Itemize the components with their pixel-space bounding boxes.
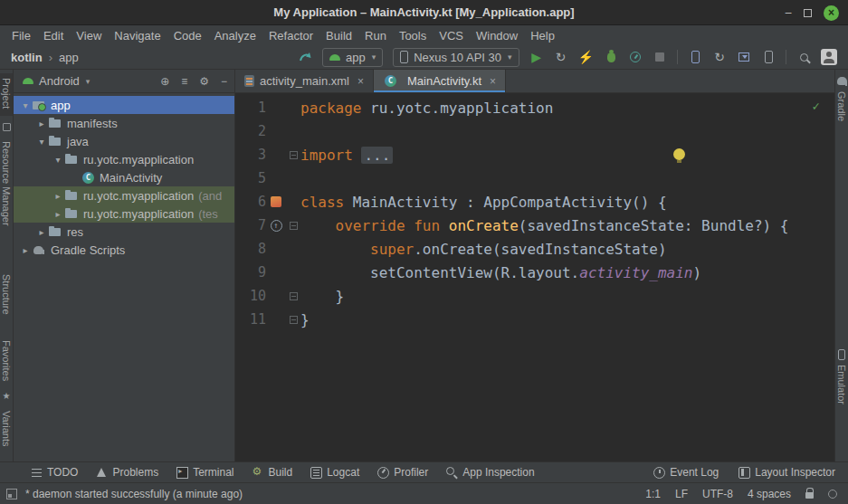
apply-code-changes-button[interactable]: ⚡ (578, 49, 594, 65)
tree-item-manifests[interactable]: ▸manifests (14, 114, 234, 132)
code-line-8[interactable]: 8 super.onCreate(savedInstanceState) (235, 237, 834, 261)
code-line-10[interactable]: 10 } (235, 284, 834, 308)
tree-item-res[interactable]: ▸res (14, 223, 234, 241)
menu-help[interactable]: Help (524, 29, 561, 43)
toolwindow-build[interactable]: Build (252, 466, 293, 479)
code-line-1[interactable]: 1package ru.yotc.myapplication (235, 96, 834, 119)
tree-item-mainactivity[interactable]: CMainActivity (14, 168, 234, 186)
tree-item-app[interactable]: ▾app (14, 96, 234, 114)
tree-chevron-icon[interactable]: ▸ (35, 227, 48, 237)
menu-file[interactable]: File (5, 29, 37, 43)
menu-code[interactable]: Code (167, 29, 208, 43)
menu-view[interactable]: View (70, 29, 108, 43)
code-line-7[interactable]: 7↑ override fun onCreate(savedInstanceSt… (235, 214, 834, 237)
code-line-9[interactable]: 9 setContentView(R.layout.activity_main) (235, 261, 834, 284)
tree-chevron-icon[interactable]: ▾ (52, 155, 64, 165)
toolstripe-structure[interactable]: Structure (0, 270, 13, 322)
menu-edit[interactable]: Edit (37, 29, 70, 43)
collapse-all-icon[interactable]: ≡ (181, 75, 187, 88)
gear-icon[interactable]: ⚙ (199, 75, 209, 88)
menu-analyze[interactable]: Analyze (208, 29, 262, 43)
hide-panel-icon[interactable]: − (221, 75, 227, 88)
star-icon[interactable]: ★ (3, 391, 11, 401)
restore-button[interactable] (804, 5, 812, 20)
fold-marker-icon[interactable] (286, 292, 300, 300)
tree-chevron-icon[interactable]: ▸ (52, 209, 64, 219)
minimize-button[interactable]: − (785, 5, 792, 20)
profile-button[interactable] (628, 49, 643, 65)
file-encoding[interactable]: UTF-8 (702, 488, 733, 500)
fold-marker-icon[interactable] (286, 151, 300, 159)
toolwindow-switcher-icon[interactable] (6, 489, 17, 499)
menu-window[interactable]: Window (470, 29, 524, 43)
tab-mainactivity-kt[interactable]: C MainActivity.kt × (374, 70, 506, 92)
toolstripe-variants[interactable]: Variants (0, 406, 13, 454)
menu-build[interactable]: Build (319, 29, 358, 43)
menu-vcs[interactable]: VCS (433, 29, 470, 43)
locate-file-icon[interactable]: ⊕ (160, 75, 169, 88)
tree-chevron-icon[interactable]: ▸ (35, 119, 48, 128)
project-view-selector[interactable]: Android (39, 74, 80, 88)
indent-setting[interactable]: 4 spaces (748, 488, 791, 500)
avd-manager-button[interactable] (761, 49, 776, 65)
close-tab-icon[interactable]: × (357, 75, 364, 88)
notifications-icon[interactable] (828, 490, 837, 499)
caret-position[interactable]: 1:1 (645, 488, 661, 500)
toolwindow-terminal[interactable]: Terminal (176, 466, 233, 479)
close-tab-icon[interactable]: × (490, 75, 496, 88)
code-line-6[interactable]: 6class MainActivity : AppCompatActivity(… (235, 190, 834, 214)
menu-navigate[interactable]: Navigate (108, 29, 167, 43)
fold-marker-icon[interactable] (286, 316, 300, 324)
navigate-swoosh-icon[interactable] (298, 49, 312, 65)
device-manager-button[interactable] (688, 49, 702, 65)
device-selector[interactable]: Nexus 10 API 30 ▾ (393, 48, 519, 67)
close-button[interactable]: × (824, 5, 839, 21)
tree-item-ru-yotc-myapplication[interactable]: ▸ru.yotc.myapplication(tes (14, 204, 234, 223)
tree-chevron-icon[interactable]: ▾ (19, 100, 32, 110)
tree-item-java[interactable]: ▾java (14, 132, 234, 150)
tab-activity-main-xml[interactable]: activity_main.xml × (235, 70, 374, 92)
line-separator[interactable]: LF (675, 488, 688, 500)
profile-avatar[interactable] (821, 49, 837, 65)
debug-button[interactable] (604, 49, 618, 65)
tree-item-gradle-scripts[interactable]: ▸Gradle Scripts (14, 241, 234, 259)
toolwindow-todo[interactable]: TODO (31, 466, 78, 479)
toolwindow-profiler[interactable]: Profiler (377, 466, 428, 479)
run-config-selector[interactable]: app ▾ (322, 48, 383, 67)
sync-gradle-button[interactable]: ↻ (712, 49, 727, 65)
code-line-2[interactable]: 2 (235, 119, 834, 143)
toolwindow-layout-inspector[interactable]: Layout Inspector (738, 466, 835, 479)
toolstripe-favorites[interactable]: Favorites (0, 336, 13, 388)
toolwindow-event-log[interactable]: Event Log (653, 466, 719, 479)
toolstripe-emulator[interactable]: Emulator (835, 360, 848, 412)
intention-bulb-icon[interactable] (673, 148, 685, 160)
menu-run[interactable]: Run (358, 29, 393, 43)
menu-refactor[interactable]: Refactor (262, 29, 319, 43)
lock-icon[interactable] (805, 492, 814, 499)
code-line-3[interactable]: 3import ... (235, 143, 834, 166)
activity-gutter-icon[interactable] (266, 196, 286, 207)
toolstripe-gradle[interactable]: Gradle (835, 87, 848, 128)
tree-item-ru-yotc-myapplication[interactable]: ▾ru.yotc.myapplication (14, 150, 234, 168)
code-line-5[interactable]: 5 (235, 166, 834, 190)
search-everywhere-button[interactable] (796, 49, 811, 65)
apply-changes-button[interactable]: ↻ (554, 49, 568, 65)
title-bar[interactable]: My Application – MainActivity.kt [My_App… (0, 0, 848, 25)
code-line-11[interactable]: 11} (235, 308, 834, 331)
code-editor[interactable]: ✓ 1package ru.yotc.myapplication23import… (235, 93, 834, 461)
stop-button[interactable] (653, 49, 667, 65)
run-button[interactable]: ▶ (529, 49, 544, 65)
toolstripe-resource-manager[interactable]: Resource Manager (0, 137, 13, 233)
toolwindow-problems[interactable]: Problems (96, 466, 158, 479)
tree-chevron-icon[interactable]: ▸ (52, 191, 64, 201)
tree-item-ru-yotc-myapplication[interactable]: ▸ru.yotc.myapplication(and (14, 186, 234, 204)
breadcrumb-folder[interactable]: app (59, 51, 79, 64)
tree-chevron-icon[interactable]: ▸ (19, 245, 32, 255)
toolwindow-logcat[interactable]: Logcat (310, 466, 359, 479)
fold-marker-icon[interactable] (286, 222, 300, 230)
bookmark-icon[interactable] (3, 123, 11, 131)
toolwindow-app-inspection[interactable]: App Inspection (446, 466, 534, 479)
toolstripe-project[interactable]: Project (0, 73, 13, 116)
menu-tools[interactable]: Tools (393, 29, 433, 43)
override-gutter-icon[interactable]: ↑ (266, 220, 286, 232)
